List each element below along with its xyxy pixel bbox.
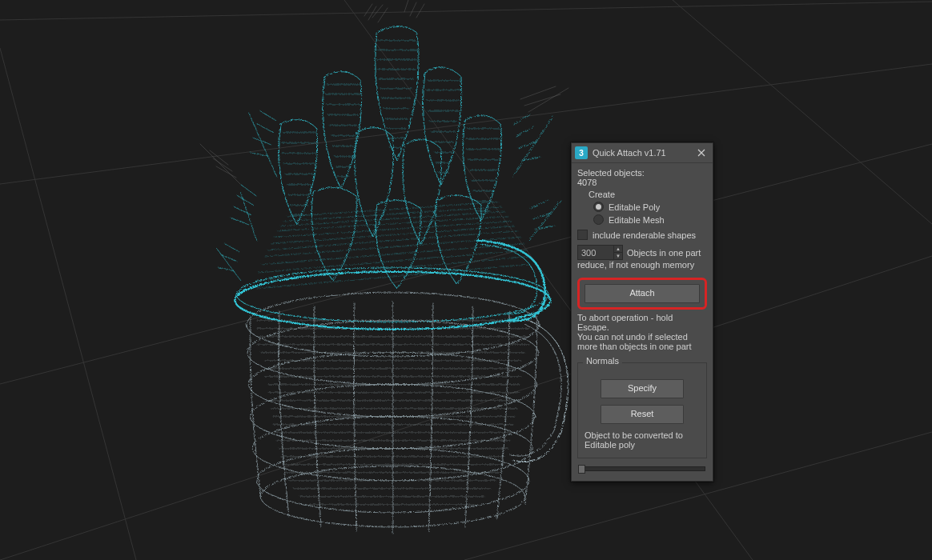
- quick-attach-dialog: 3 Quick Attach v1.71 Selected objects: 4…: [571, 142, 713, 482]
- spinner-input[interactable]: [578, 246, 613, 259]
- selected-objects-label: Selected objects:: [577, 168, 707, 178]
- app-icon: 3: [575, 146, 588, 159]
- svg-line-3: [0, 256, 932, 560]
- specify-button[interactable]: Specify: [601, 379, 684, 398]
- radio-editable-mesh[interactable]: Editable Mesh: [593, 214, 707, 225]
- selected-objects-count: 4078: [577, 178, 707, 187]
- radio-label: Editable Mesh: [609, 215, 665, 225]
- convert-hint-1: Object to be converted to: [585, 430, 700, 440]
- checkbox-include-shapes[interactable]: include renderable shapes: [577, 230, 707, 240]
- dialog-titlebar[interactable]: 3 Quick Attach v1.71: [572, 143, 713, 163]
- spinner-up[interactable]: ▲: [614, 246, 622, 253]
- spinner-hint-2: reduce, if not enough memory: [577, 260, 707, 270]
- create-label: Create: [577, 190, 707, 199]
- svg-line-2: [0, 144, 932, 384]
- radio-icon: [593, 202, 604, 212]
- svg-point-11: [250, 384, 535, 448]
- abort-hint-1: To abort operation - hold Escape.: [577, 313, 707, 332]
- radio-label: Editable Poly: [609, 202, 660, 212]
- svg-line-5: [0, 48, 136, 560]
- close-button[interactable]: [690, 143, 713, 162]
- attach-button[interactable]: Attach: [585, 284, 700, 303]
- normals-group: Normals Specify Reset Object to be conve…: [577, 362, 707, 458]
- svg-line-1: [0, 64, 932, 184]
- svg-point-16: [236, 267, 548, 322]
- radio-icon: [593, 214, 604, 225]
- svg-point-13: [247, 320, 538, 384]
- dialog-title: Quick Attach v1.71: [593, 148, 690, 158]
- svg-point-15: [235, 271, 550, 329]
- radio-editable-poly[interactable]: Editable Poly: [593, 202, 707, 212]
- viewport-object: [0, 0, 932, 560]
- abort-hint-3: more than objects in one part: [577, 342, 707, 351]
- svg-point-12: [248, 352, 536, 416]
- reset-button[interactable]: Reset: [601, 405, 684, 424]
- svg-point-14: [246, 292, 539, 356]
- svg-point-10: [252, 416, 532, 480]
- checkbox-icon: [577, 230, 588, 240]
- svg-point-9: [256, 448, 528, 512]
- svg-point-8: [260, 466, 524, 526]
- close-icon: [697, 149, 705, 157]
- attach-highlight: Attach: [577, 278, 707, 310]
- convert-hint-2: Editable poly: [585, 440, 700, 450]
- spinner-down[interactable]: ▼: [614, 253, 622, 259]
- viewport-grid: [0, 0, 932, 560]
- progress-track[interactable]: [579, 466, 705, 471]
- svg-line-0: [0, 2, 932, 20]
- abort-hint-2: You can not undo if selected: [577, 332, 707, 342]
- normals-legend: Normals: [583, 356, 622, 366]
- spinner-hint: Objects in one part: [627, 248, 701, 258]
- progress-thumb[interactable]: [578, 465, 585, 474]
- checkbox-label: include renderable shapes: [593, 230, 696, 240]
- objects-per-part-spinner[interactable]: ▲ ▼: [577, 245, 623, 260]
